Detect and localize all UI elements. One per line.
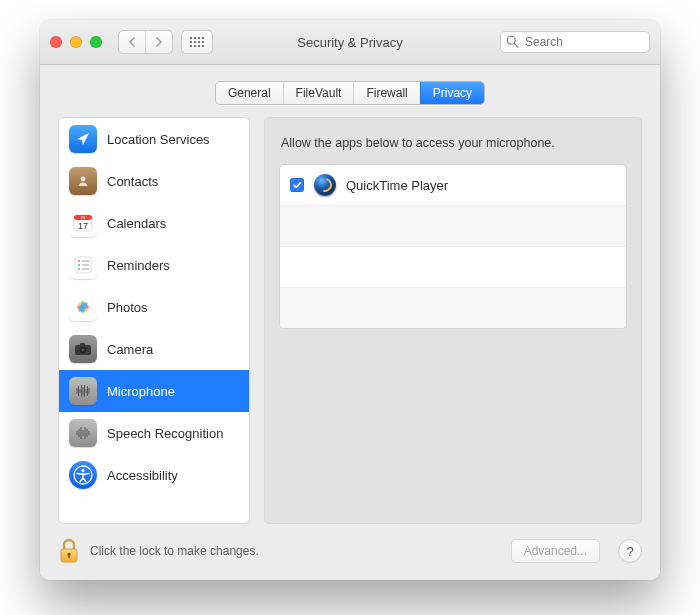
app-checkbox[interactable]	[290, 178, 304, 192]
footer: Click the lock to make changes. Advanced…	[58, 538, 642, 564]
calendar-icon: JUL17	[69, 209, 97, 237]
speech-icon	[69, 419, 97, 447]
accessibility-icon	[69, 461, 97, 489]
detail-panel: Allow the apps below to access your micr…	[264, 117, 642, 524]
photos-icon	[69, 293, 97, 321]
minimize-window-button[interactable]	[70, 36, 82, 48]
tab-general[interactable]: General	[216, 82, 283, 104]
svg-point-40	[81, 469, 84, 472]
sidebar-item-calendars[interactable]: JUL17 Calendars	[59, 202, 249, 244]
zoom-window-button[interactable]	[90, 36, 102, 48]
app-name: QuickTime Player	[346, 178, 448, 193]
contacts-icon	[69, 167, 97, 195]
window-controls	[50, 36, 102, 48]
reminders-icon	[69, 251, 97, 279]
microphone-icon	[69, 377, 97, 405]
svg-point-8	[78, 260, 80, 262]
panels: Location Services Contacts JUL17 Calenda…	[58, 117, 642, 524]
tabs-row: General FileVault Firewall Privacy	[40, 65, 660, 117]
sidebar-item-label: Speech Recognition	[107, 426, 223, 441]
sidebar-item-label: Reminders	[107, 258, 170, 273]
search-icon	[506, 35, 519, 48]
advanced-button[interactable]: Advanced...	[511, 539, 600, 563]
app-row-quicktime-player[interactable]: QuickTime Player	[280, 165, 626, 206]
sidebar-item-label: Microphone	[107, 384, 175, 399]
sidebar-item-reminders[interactable]: Reminders	[59, 244, 249, 286]
content-area: Location Services Contacts JUL17 Calenda…	[40, 117, 660, 580]
sidebar-item-location-services[interactable]: Location Services	[59, 118, 249, 160]
svg-rect-43	[68, 555, 70, 558]
sidebar-item-label: Camera	[107, 342, 153, 357]
sidebar-item-accessibility[interactable]: Accessibility	[59, 454, 249, 496]
privacy-sidebar: Location Services Contacts JUL17 Calenda…	[58, 117, 250, 524]
sidebar-item-camera[interactable]: Camera	[59, 328, 249, 370]
sidebar-item-contacts[interactable]: Contacts	[59, 160, 249, 202]
show-all-button[interactable]	[181, 30, 213, 54]
nav-back-forward	[118, 30, 173, 54]
sidebar-item-speech-recognition[interactable]: Speech Recognition	[59, 412, 249, 454]
search-input[interactable]	[500, 31, 650, 53]
sidebar-item-label: Contacts	[107, 174, 158, 189]
svg-point-10	[78, 264, 80, 266]
camera-icon	[69, 335, 97, 363]
app-row-empty	[280, 247, 626, 288]
app-list: QuickTime Player	[279, 164, 627, 329]
tab-firewall[interactable]: Firewall	[353, 82, 419, 104]
chevron-left-icon	[128, 37, 136, 47]
detail-prompt: Allow the apps below to access your micr…	[281, 136, 625, 150]
tab-privacy[interactable]: Privacy	[420, 82, 484, 104]
tab-filevault[interactable]: FileVault	[283, 82, 354, 104]
grid-icon	[190, 37, 204, 47]
sidebar-item-label: Accessibility	[107, 468, 178, 483]
svg-point-21	[81, 348, 84, 351]
svg-point-2	[81, 177, 86, 182]
sidebar-item-label: Calendars	[107, 216, 166, 231]
chevron-right-icon	[155, 37, 163, 47]
sidebar-item-label: Location Services	[107, 132, 210, 147]
close-window-button[interactable]	[50, 36, 62, 48]
lock-icon	[58, 538, 80, 564]
svg-point-12	[78, 268, 80, 270]
app-row-empty	[280, 206, 626, 247]
search-field-wrap	[500, 31, 650, 53]
sidebar-item-microphone[interactable]: Microphone	[59, 370, 249, 412]
app-row-empty	[280, 288, 626, 328]
nav-back-button[interactable]	[119, 31, 145, 53]
lock-hint-text: Click the lock to make changes.	[90, 544, 259, 558]
lock-button[interactable]	[58, 538, 80, 564]
location-icon	[69, 125, 97, 153]
svg-text:JUL: JUL	[80, 216, 86, 220]
sidebar-item-photos[interactable]: Photos	[59, 286, 249, 328]
title-bar: Security & Privacy	[40, 20, 660, 65]
nav-forward-button[interactable]	[145, 31, 172, 53]
quicktime-icon	[314, 174, 336, 196]
check-icon	[292, 180, 302, 190]
help-button[interactable]: ?	[618, 539, 642, 563]
preferences-window: Security & Privacy General FileVault Fir…	[40, 20, 660, 580]
svg-text:17: 17	[78, 221, 88, 231]
sidebar-item-label: Photos	[107, 300, 147, 315]
svg-rect-19	[80, 343, 85, 346]
preference-tabs: General FileVault Firewall Privacy	[215, 81, 485, 105]
svg-line-1	[514, 43, 518, 47]
